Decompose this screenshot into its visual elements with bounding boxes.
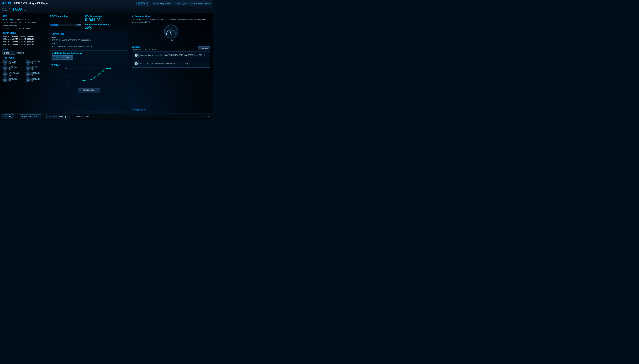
mb-temp-value: 20°C xyxy=(85,26,110,30)
clock-gear-icon[interactable]: ⚙ xyxy=(24,9,26,12)
fan-item-ext2[interactable]: ✿ EXT FAN2 N/A xyxy=(2,78,24,82)
storage-section: Storage 信息 AHCI: SATA6G_6: HGST HUS726T4… xyxy=(50,31,128,49)
ez-wizard-label: EZ Tuning Wizard xyxy=(156,2,171,4)
dell-logo: DELL xyxy=(205,116,211,118)
aura-button[interactable]: ✦ AURA ON/OFF(F4) xyxy=(190,2,212,5)
fan-ext1-rpm: N/A xyxy=(32,74,40,76)
svg-point-14 xyxy=(92,79,92,80)
boot-disk-icon-2: 💿 xyxy=(134,61,139,66)
temp-voltage-row: CPU Temperature 26°C CPU Core Voltage 0.… xyxy=(50,15,128,30)
asus-logo: ASUS xyxy=(2,2,11,5)
rst-off-button[interactable]: Off xyxy=(62,56,73,60)
boot-menu-button[interactable]: ❄ ❄ 启动菜单(F8) xyxy=(132,108,210,112)
fan-cha1-icon: ✿ xyxy=(26,60,30,64)
globe-icon: 🌐 xyxy=(138,2,140,4)
svg-point-15 xyxy=(100,73,101,74)
cpu-temp-value: 26°C xyxy=(76,24,81,26)
svg-text:30: 30 xyxy=(78,84,80,86)
fan-m2-icon: ✿ xyxy=(26,66,30,70)
search-label: Search(F9) xyxy=(177,2,186,4)
boot-item-windows[interactable]: 💿 Windows Boot Manager (M.2_1: SAMSUNG M… xyxy=(132,51,210,59)
svg-point-19 xyxy=(170,34,172,35)
bottom-nav: 默认(F5) | 保存并退出（F10） | Advanced Mode(F7)|… xyxy=(2,114,89,119)
dram-section: DRAM Status DIMM_A1: A-DATA 16384MB 2666… xyxy=(2,32,47,46)
fan-cha1-rpm: N/A xyxy=(32,62,40,64)
bios-ver-label: BIOS Ver. 1201 xyxy=(17,19,29,20)
search-faq-link[interactable]: Search on FAQ xyxy=(76,116,89,118)
ez-wizard-button[interactable]: ⚙ EZ Tuning Wizard xyxy=(152,2,172,5)
fan-item-m2[interactable]: ✿ M.2 FAN N/A xyxy=(26,66,47,70)
cpu-temp-fill xyxy=(50,24,58,26)
aura-icon: ✦ xyxy=(191,2,193,4)
ai-oc-description: Click the icon below to enable the AI Ov… xyxy=(132,18,210,23)
fan-cha2-name: CHA2 FAN xyxy=(8,66,17,68)
gauge-circle[interactable] xyxy=(164,24,178,38)
fan-cha2-icon: ✿ xyxy=(2,66,8,70)
mb-temp-title: Motherboard Temperature xyxy=(85,24,110,26)
fan-cpu-opt-icon: ✿ xyxy=(2,72,8,76)
separator-3: | xyxy=(73,116,74,118)
fan-profile-title: FAN Profile xyxy=(2,56,47,59)
search-button[interactable]: ? Search(F9) xyxy=(174,2,188,5)
dram-b2: DIMM_B2: A-DATA 16384MB 2666MHz xyxy=(2,44,47,46)
ai-oc-gauge[interactable]: 一般 xyxy=(132,24,210,42)
date-display: 02/08/2024 xyxy=(2,8,10,10)
question-icon: ? xyxy=(175,2,176,4)
cpu-temp-title: CPU Temperature xyxy=(50,15,81,17)
divider xyxy=(28,8,28,12)
storage-title: Storage 信息 xyxy=(52,32,126,35)
fan-item-cha2[interactable]: ✿ CHA2 FAN N/A xyxy=(2,66,24,70)
separator-2: | xyxy=(44,116,44,118)
boot-item-ubuntu-text: ubuntu (M.2_1: SAMSUNG MZVLB512HAJQ-0000… xyxy=(140,62,202,65)
switch-all-button[interactable]: Switch all xyxy=(198,46,210,50)
lang-button[interactable]: 🌐 简体中文 xyxy=(136,1,150,6)
advanced-mode-button[interactable]: Advanced Mode(F7)|→ xyxy=(46,115,70,119)
gauge-svg xyxy=(166,28,176,36)
boot-item-windows-text: Windows Boot Manager (M.2_1: SAMSUNG MZV… xyxy=(140,54,202,56)
fan-item-cpu-optional[interactable]: ✿ CPU 选配风扇 N/A xyxy=(2,72,24,76)
boot-item-dots-2: ⋮⋮ xyxy=(204,62,208,65)
clock-display: 16:26 ⚙ xyxy=(12,8,26,12)
manual-fan-button[interactable]: 手动风扇调整 xyxy=(78,88,100,93)
fan-item-ext1[interactable]: ✿ EXT FAN1 N/A xyxy=(26,72,47,76)
cpu-temp-bar-area: 26°C xyxy=(50,24,81,26)
storage-ahci: AHCI: SATA6G_6: HGST HUS726T4TALE6L4 (40… xyxy=(52,36,126,42)
svg-text:70: 70 xyxy=(91,84,92,86)
system-info-section: 信息 PRIME Z390-A BIOS Ver. 1201 Intel(R) … xyxy=(2,15,47,30)
memory-label: Memory: 65536 MB (DDR4 2666MHz) xyxy=(2,27,33,29)
separator-1: | xyxy=(17,116,17,118)
fan-cha1-name: CHA1 FAN xyxy=(32,60,40,62)
nvme-label: NVME: xyxy=(52,42,57,44)
svg-text:50: 50 xyxy=(66,76,67,77)
system-info-details: PRIME Z390-A BIOS Ver. 1201 Intel(R) Cor… xyxy=(2,18,47,30)
boot-item-dots-1: ⋮⋮ xyxy=(204,54,208,57)
datetime-section: 02/08/2024 Thursday xyxy=(2,8,10,12)
divider-h1 xyxy=(132,44,210,44)
xmp-select[interactable]: Disabled Profile 1 Profile 2 xyxy=(2,51,15,55)
cpu-temp-bar: 26°C xyxy=(50,24,81,26)
boot-item-ubuntu[interactable]: 💿 ubuntu (M.2_1: SAMSUNG MZVLB512HAJQ-00… xyxy=(132,60,210,68)
intel-rst-title: Intel Rapid Storage Technology xyxy=(52,52,126,54)
xmp-status: Disabled xyxy=(16,52,24,54)
dram-b1: DIMM_B1: A-DATA 16384MB 2666MHz xyxy=(2,40,47,43)
fan-m2-rpm: N/A xyxy=(32,68,38,70)
fan-ext2-rpm: N/A xyxy=(8,80,17,82)
fan-item-cha1[interactable]: ✿ CHA1 FAN N/A xyxy=(26,60,47,64)
cpu-temp-section: CPU Temperature 26°C xyxy=(50,15,81,26)
fan-profile-section: FAN Profile ✿ CPU FAN 895 RPM ✿ CHA1 FAN xyxy=(2,56,47,82)
svg-point-12 xyxy=(68,81,69,82)
system-info-title: 信息 xyxy=(2,15,47,18)
rst-on-button[interactable]: On xyxy=(52,56,62,60)
boot-order-desc: Choose one and drag the items. xyxy=(132,49,156,51)
cpu-label: Intel(R) Core(TM) i7-9700 CPU @ 3.00GHz xyxy=(2,22,37,24)
cpu-fan-chart-title: CPU FAN xyxy=(51,64,126,66)
save-exit-button[interactable]: 保存并退出（F10） xyxy=(20,114,41,119)
fan-ext3-rpm: N/A xyxy=(32,80,40,82)
fan-item-ext3[interactable]: ✿ EXT FAN3 N/A xyxy=(26,78,47,82)
svg-text:°C: °C xyxy=(109,84,110,86)
default-button[interactable]: 默认(F5) xyxy=(2,114,14,119)
svg-text:%: % xyxy=(66,67,68,68)
voltage-mb-section: CPU Core Voltage 0.941 V Motherboard Tem… xyxy=(85,15,110,30)
intel-rst-toggle: On Off xyxy=(52,56,83,60)
fan-item-cpu[interactable]: ✿ CPU FAN 895 RPM xyxy=(2,60,24,64)
